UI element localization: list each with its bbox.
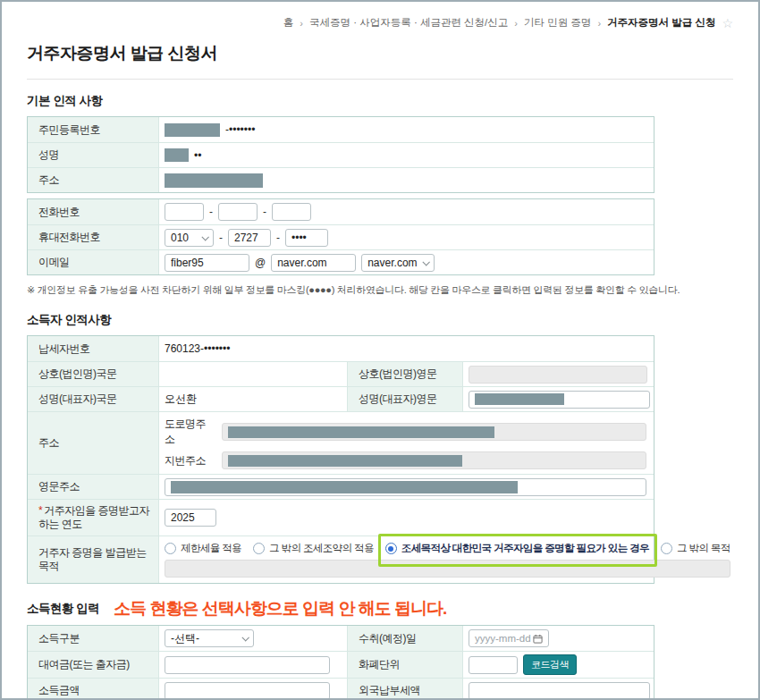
radio-selected-icon[interactable] [385, 543, 397, 554]
dash-separator: - [219, 232, 223, 244]
masked-rrn[interactable] [165, 123, 220, 137]
masked-eng-address[interactable] [171, 481, 518, 493]
contact-table: 전화번호 - - 휴대전화번호 010 - [27, 198, 654, 275]
masked-jibun-address[interactable] [228, 455, 462, 467]
table-row: 영문주소 [28, 474, 654, 499]
purpose-option-tax-residency[interactable]: 조세목적상 대한민국 거주자임을 증명할 필요가 있는 경우 [385, 542, 649, 555]
name-masked-suffix: •• [194, 149, 201, 162]
currency-input[interactable] [469, 656, 518, 674]
name-value-cell[interactable]: •• [159, 143, 654, 167]
application-page: 홈 › 국세증명 · 사업자등록 · 세금관련 신청/신고 › 기타 민원 증명… [0, 0, 760, 700]
rrn-value-cell[interactable]: -••••••• [159, 117, 654, 142]
radio-icon[interactable] [165, 543, 176, 554]
dash-separator: - [209, 206, 213, 218]
calendar-icon[interactable] [533, 634, 543, 644]
income-amount-label: 소득금액 [28, 679, 159, 700]
purpose-label: 거주자 증명을 발급받는 목적 [28, 536, 159, 583]
mobile-label: 휴대전화번호 [28, 225, 159, 249]
purpose-detail-input [165, 560, 730, 578]
optional-annotation: 소득 현황은 선택사항으로 입력 안 해도 됩니다. [114, 597, 446, 620]
table-row: 성명 •• [28, 142, 654, 167]
mobile-mid-input[interactable] [228, 229, 271, 247]
favorite-star-icon[interactable]: ☆ [722, 17, 733, 30]
rep-name-en-input[interactable] [469, 391, 650, 409]
email-domain-selected: naver.com [367, 257, 419, 269]
table-row: 소득구분 -선택- 수취(예정)일 yyyy-mm-dd [28, 626, 654, 651]
required-mark: * [38, 504, 42, 517]
mobile-prefix-value: 010 [171, 232, 198, 244]
breadcrumb-item-misc-civil[interactable]: 기타 민원 증명 [524, 16, 591, 30]
phone-mid-input[interactable] [218, 203, 258, 221]
breadcrumb-home[interactable]: 홈 [283, 16, 294, 30]
income-person-table: 납세자번호 760123-••••••• 상호(법인명)국문 상호(법인명)영문… [27, 335, 654, 584]
income-type-select[interactable]: -선택- [165, 629, 254, 647]
table-row: 전화번호 - - [28, 199, 654, 224]
table-row: 거주자 증명을 발급받는 목적 제한세율 적용 그 밖의 조세조약의 적용 [28, 536, 654, 583]
table-row: 소득금액 외국납부세액 [28, 678, 654, 700]
receipt-date-label: 수취(예정)일 [347, 626, 463, 651]
jibun-address-input[interactable] [222, 451, 646, 469]
radio-icon[interactable] [661, 543, 672, 554]
road-address-label: 도로명주소 [165, 417, 215, 447]
purpose-option-label: 그 밖의 조세조약의 적용 [269, 542, 374, 555]
breadcrumb-separator: › [597, 18, 601, 29]
basic-info-table: 주민등록번호 -••••••• 성명 •• 주소 [27, 116, 654, 193]
address-value-cell[interactable] [159, 168, 654, 192]
cert-year-label: *거주자임을 증명받고자 하는 연도 [28, 500, 159, 536]
purpose-option-limited-rate[interactable]: 제한세율 적용 [165, 542, 241, 555]
table-row: 주민등록번호 -••••••• [28, 117, 654, 142]
chevron-down-icon [241, 634, 249, 641]
mobile-prefix-select[interactable]: 010 [165, 229, 214, 247]
phone-last-input[interactable] [272, 203, 311, 221]
masked-rep-name-en[interactable] [475, 393, 564, 405]
cert-year-input[interactable] [165, 509, 216, 527]
income-type-label: 소득구분 [28, 626, 159, 651]
jibun-address-label: 지번주소 [165, 453, 215, 468]
masked-address[interactable] [165, 173, 263, 188]
email-domain-input[interactable] [271, 254, 356, 272]
email-id-input[interactable] [165, 254, 249, 272]
table-row: 주소 도로명주소 지번주소 [28, 411, 654, 474]
email-label: 이메일 [28, 250, 159, 274]
breadcrumb-item-certificates[interactable]: 국세증명 · 사업자등록 · 세금관련 신청/신고 [309, 16, 508, 30]
email-domain-select[interactable]: naver.com [361, 254, 435, 272]
code-search-button[interactable]: 코드검색 [523, 654, 577, 675]
rep-name-kr-value: 오선환 [159, 387, 347, 411]
table-row: 이메일 @ naver.com [28, 249, 654, 274]
purpose-radio-group: 제한세율 적용 그 밖의 조세조약의 적용 조세목적상 대한민국 거주자임을 증… [165, 542, 730, 555]
breadcrumb-current: 거주자증명서 발급 신청 [607, 16, 715, 30]
breadcrumb-separator: › [300, 18, 303, 29]
masked-road-address[interactable] [228, 426, 494, 438]
income-amount-input[interactable] [165, 682, 330, 700]
currency-label: 화폐단위 [347, 652, 463, 678]
at-sign: @ [255, 257, 266, 269]
rep-name-kr-label: 성명(대표자)국문 [28, 387, 159, 411]
biz-name-en-label: 상호(법인명)영문 [347, 362, 463, 386]
privacy-masking-note: ※ 개인정보 유출 가능성을 사전 차단하기 위해 일부 정보를 마스킹(●●●… [27, 283, 733, 297]
section-income-status: 소득현황 입력 [27, 601, 99, 617]
date-placeholder: yyyy-mm-dd [475, 633, 533, 644]
mobile-last-input[interactable] [285, 229, 328, 247]
purpose-option-label: 제한세율 적용 [181, 542, 241, 555]
biz-name-kr-value [159, 362, 347, 386]
foreign-tax-input[interactable] [469, 682, 650, 700]
taxpayer-no-label: 납세자번호 [28, 336, 159, 361]
table-row: 대여금(또는 출자금) 화폐단위 코드검색 [28, 651, 654, 678]
masked-name[interactable] [165, 148, 189, 162]
receipt-date-input[interactable]: yyyy-mm-dd [469, 629, 549, 647]
loan-input[interactable] [165, 656, 330, 674]
loan-label: 대여금(또는 출자금) [28, 652, 159, 678]
radio-icon[interactable] [253, 543, 265, 554]
purpose-option-other-treaty[interactable]: 그 밖의 조세조약의 적용 [253, 542, 374, 555]
foreign-tax-label: 외국납부세액 [347, 679, 463, 700]
purpose-option-other[interactable]: 그 밖의 목적 [661, 542, 730, 555]
phone-area-input[interactable] [165, 203, 204, 221]
section-basic-info: 기본 인적 사항 [27, 93, 103, 109]
chevron-down-icon [201, 233, 208, 240]
road-address-input[interactable] [222, 423, 646, 441]
dash-separator: - [263, 206, 266, 218]
section-income-person: 소득자 인적사항 [27, 312, 111, 328]
rep-name-en-label: 성명(대표자)영문 [347, 387, 463, 411]
biz-name-en-input [469, 366, 647, 384]
eng-address-input[interactable] [165, 478, 646, 496]
